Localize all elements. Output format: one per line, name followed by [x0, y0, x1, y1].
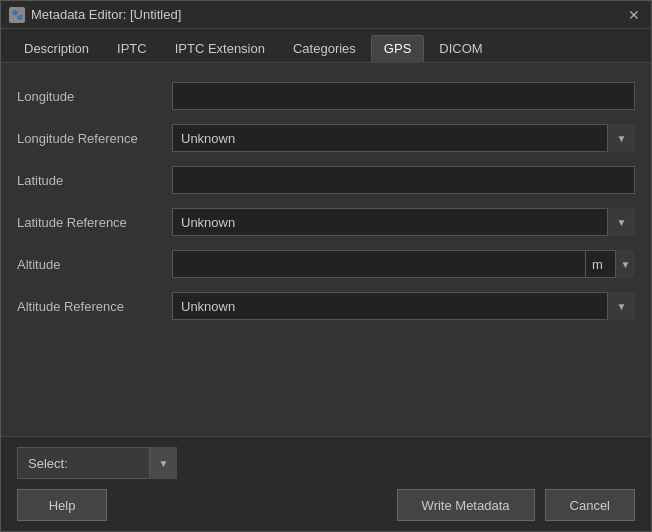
altitude-unit-select[interactable]: m ft	[585, 250, 635, 278]
tab-dicom[interactable]: DICOM	[426, 35, 495, 62]
help-button[interactable]: Help	[17, 489, 107, 521]
latitude-row: Latitude	[17, 163, 635, 197]
longitude-reference-select[interactable]: Unknown East West	[172, 124, 635, 152]
content-area: Longitude Longitude Reference Unknown Ea…	[1, 63, 651, 436]
bottom-select[interactable]: Select:	[17, 447, 177, 479]
altitude-reference-label: Altitude Reference	[17, 299, 172, 314]
window-title: Metadata Editor: [Untitled]	[31, 7, 625, 22]
altitude-input[interactable]	[172, 250, 585, 278]
altitude-reference-select-wrapper: Unknown Above Sea Level Below Sea Level …	[172, 292, 635, 320]
action-buttons: Help Write Metadata Cancel	[17, 489, 635, 521]
latitude-reference-select-wrapper: Unknown North South ▼	[172, 208, 635, 236]
altitude-unit-wrapper: m ft ▼	[585, 250, 635, 278]
right-buttons: Write Metadata Cancel	[397, 489, 635, 521]
app-icon: 🐾	[9, 7, 25, 23]
altitude-label: Altitude	[17, 257, 172, 272]
tab-bar: Description IPTC IPTC Extension Categori…	[1, 29, 651, 63]
bottom-bar: Select: ▼ Help Write Metadata Cancel	[1, 436, 651, 531]
tab-categories[interactable]: Categories	[280, 35, 369, 62]
write-metadata-button[interactable]: Write Metadata	[397, 489, 535, 521]
longitude-reference-select-wrapper: Unknown East West ▼	[172, 124, 635, 152]
close-button[interactable]: ✕	[625, 6, 643, 24]
altitude-input-group: m ft ▼	[172, 250, 635, 278]
select-dropdown-row: Select: ▼	[17, 447, 635, 479]
longitude-input[interactable]	[172, 82, 635, 110]
latitude-reference-select[interactable]: Unknown North South	[172, 208, 635, 236]
gps-form: Longitude Longitude Reference Unknown Ea…	[17, 79, 635, 420]
main-window: 🐾 Metadata Editor: [Untitled] ✕ Descript…	[0, 0, 652, 532]
tab-iptc[interactable]: IPTC	[104, 35, 160, 62]
tab-gps[interactable]: GPS	[371, 35, 424, 62]
longitude-row: Longitude	[17, 79, 635, 113]
bottom-select-wrapper: Select: ▼	[17, 447, 177, 479]
altitude-reference-row: Altitude Reference Unknown Above Sea Lev…	[17, 289, 635, 323]
altitude-row: Altitude m ft ▼	[17, 247, 635, 281]
latitude-reference-row: Latitude Reference Unknown North South ▼	[17, 205, 635, 239]
altitude-reference-select[interactable]: Unknown Above Sea Level Below Sea Level	[172, 292, 635, 320]
cancel-button[interactable]: Cancel	[545, 489, 635, 521]
longitude-label: Longitude	[17, 89, 172, 104]
tab-description[interactable]: Description	[11, 35, 102, 62]
latitude-reference-label: Latitude Reference	[17, 215, 172, 230]
tab-iptc-extension[interactable]: IPTC Extension	[162, 35, 278, 62]
longitude-reference-label: Longitude Reference	[17, 131, 172, 146]
latitude-label: Latitude	[17, 173, 172, 188]
longitude-reference-row: Longitude Reference Unknown East West ▼	[17, 121, 635, 155]
title-bar: 🐾 Metadata Editor: [Untitled] ✕	[1, 1, 651, 29]
latitude-input[interactable]	[172, 166, 635, 194]
